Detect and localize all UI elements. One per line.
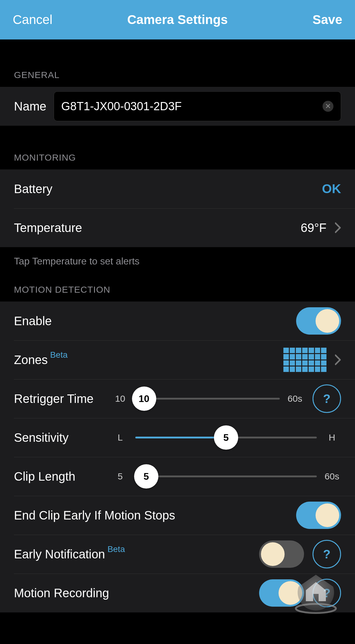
retrigger-row: Retrigger Time 10 10 60s ? (0, 379, 355, 418)
zones-grid-icon (283, 348, 326, 372)
retrigger-help-icon[interactable]: ? (313, 384, 341, 413)
earlynotif-row: Early Notification Beta ? (0, 535, 355, 574)
temperature-row[interactable]: Temperature 69°F (0, 208, 355, 247)
cliplength-thumb[interactable]: 5 (134, 464, 158, 489)
temperature-label: Temperature (14, 221, 82, 235)
name-input-wrap: ✕ (54, 91, 341, 121)
sensitivity-row: Sensitivity L 5 H (0, 418, 355, 457)
sensitivity-label: Sensitivity (14, 431, 111, 445)
name-input[interactable] (61, 100, 323, 113)
endclip-toggle[interactable] (296, 502, 341, 529)
endclip-label: End Clip Early If Motion Stops (14, 509, 175, 522)
recording-label: Motion Recording (14, 586, 109, 600)
retrigger-min: 10 (111, 394, 129, 404)
earlynotif-help-icon[interactable]: ? (313, 540, 341, 568)
section-header-motion: Motion Detection (0, 270, 355, 302)
enable-row: Enable (0, 302, 355, 340)
chevron-right-icon (335, 222, 341, 233)
name-row: Name ✕ (0, 87, 355, 126)
earlynotif-toggle[interactable] (259, 540, 304, 568)
earlynotif-beta-badge: Beta (107, 544, 125, 554)
sensitivity-min: L (111, 432, 129, 443)
retrigger-label: Retrigger Time (14, 392, 111, 406)
chevron-right-icon (335, 354, 341, 365)
cliplength-label: Clip Length (14, 470, 111, 483)
zones-beta-badge: Beta (50, 350, 68, 360)
header-bar: Cancel Camera Settings Save (0, 0, 355, 39)
floating-home-icon[interactable] (293, 570, 339, 616)
sensitivity-slider[interactable]: 5 (135, 437, 317, 438)
enable-toggle[interactable] (296, 307, 341, 335)
cliplength-slider[interactable]: 5 (135, 475, 317, 477)
save-button[interactable]: Save (313, 12, 342, 27)
name-label: Name (14, 100, 46, 113)
cancel-button[interactable]: Cancel (13, 12, 52, 27)
cliplength-row: Clip Length 5 5 60s (0, 457, 355, 496)
retrigger-thumb[interactable]: 10 (132, 387, 156, 411)
zones-row[interactable]: Zones Beta (0, 340, 355, 379)
retrigger-slider[interactable]: 10 (135, 398, 280, 400)
battery-label: Battery (14, 182, 52, 196)
sensitivity-thumb[interactable]: 5 (214, 425, 238, 450)
battery-row[interactable]: Battery OK (0, 169, 355, 208)
temperature-hint: Tap Temperature to set alerts (0, 247, 355, 270)
temperature-value: 69°F (301, 221, 326, 235)
battery-value: OK (322, 182, 341, 196)
section-header-monitoring: Monitoring (0, 126, 355, 169)
cliplength-min: 5 (111, 471, 129, 482)
clear-name-icon[interactable]: ✕ (323, 101, 333, 112)
page-title: Camera Settings (127, 12, 228, 27)
enable-label: Enable (14, 314, 52, 328)
cliplength-max: 60s (323, 471, 341, 482)
retrigger-max: 60s (286, 394, 304, 404)
section-header-general: General (0, 39, 355, 87)
sensitivity-max: H (323, 432, 341, 443)
earlynotif-label: Early Notification (14, 547, 105, 561)
endclip-row: End Clip Early If Motion Stops (0, 496, 355, 535)
zones-label: Zones (14, 353, 48, 367)
